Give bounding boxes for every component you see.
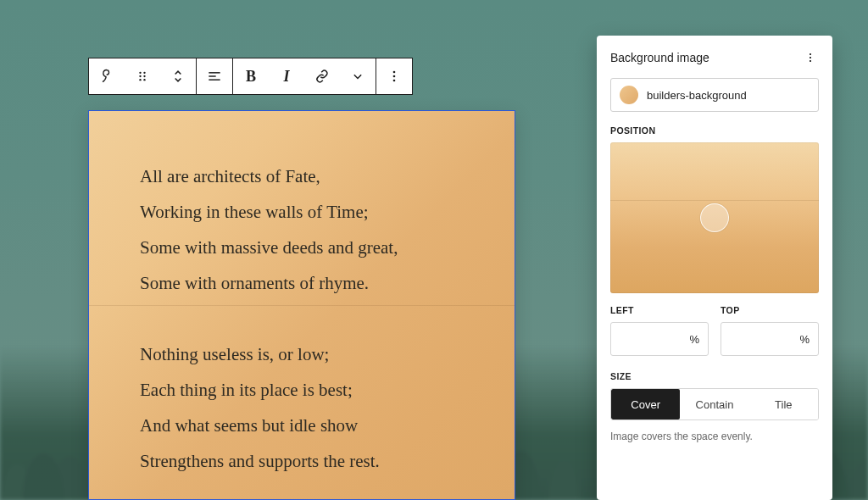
svg-point-0 bbox=[139, 72, 141, 74]
drag-handle-icon[interactable] bbox=[125, 58, 160, 94]
poem-line: Strengthens and supports the rest. bbox=[140, 443, 465, 479]
size-option-cover[interactable]: Cover bbox=[611, 389, 680, 419]
move-up-down-icon[interactable] bbox=[160, 58, 196, 94]
svg-point-10 bbox=[393, 75, 396, 78]
left-label: LEFT bbox=[610, 305, 709, 315]
poem-line: Working in these walls of Time; bbox=[140, 194, 465, 230]
svg-point-4 bbox=[139, 79, 141, 81]
poem-line: And what seems but idle show bbox=[140, 408, 465, 443]
focal-point-picker[interactable] bbox=[610, 142, 819, 293]
poem-line: Some with ornaments of rhyme. bbox=[140, 265, 465, 301]
align-button[interactable] bbox=[197, 58, 232, 94]
svg-point-9 bbox=[393, 71, 396, 74]
svg-point-1 bbox=[143, 72, 145, 74]
svg-point-5 bbox=[143, 79, 145, 81]
left-unit: % bbox=[689, 333, 699, 346]
position-label: POSITION bbox=[610, 125, 819, 136]
size-option-contain[interactable]: Contain bbox=[680, 389, 748, 419]
background-image-panel: Background image builders-background POS… bbox=[597, 36, 832, 500]
left-input[interactable] bbox=[620, 333, 684, 346]
stanza-gap bbox=[140, 301, 465, 336]
left-input-wrapper[interactable]: % bbox=[610, 322, 709, 356]
block-toolbar: B I bbox=[88, 58, 413, 95]
size-segmented-control: Cover Contain Tile bbox=[610, 388, 819, 420]
cover-block[interactable]: All are architects of Fate, Working in t… bbox=[88, 110, 515, 500]
italic-button[interactable]: I bbox=[269, 58, 304, 94]
top-label: TOP bbox=[721, 305, 819, 315]
bold-button[interactable]: B bbox=[233, 58, 269, 94]
svg-point-3 bbox=[143, 75, 145, 77]
size-help-text: Image covers the space evenly. bbox=[610, 431, 819, 442]
size-option-tile[interactable]: Tile bbox=[749, 389, 818, 419]
image-swatch bbox=[620, 86, 638, 104]
size-label: SIZE bbox=[610, 371, 819, 381]
svg-point-12 bbox=[810, 53, 811, 55]
svg-point-11 bbox=[393, 80, 396, 82]
background-image-selector[interactable]: builders-background bbox=[610, 78, 819, 112]
image-name: builders-background bbox=[647, 89, 747, 102]
svg-point-14 bbox=[810, 60, 811, 62]
panel-title: Background image bbox=[610, 51, 709, 64]
svg-point-13 bbox=[810, 57, 811, 58]
more-formatting-chevron-icon[interactable] bbox=[340, 58, 376, 94]
panel-menu-icon[interactable] bbox=[802, 49, 819, 66]
block-type-icon[interactable] bbox=[89, 58, 125, 94]
top-unit: % bbox=[799, 333, 810, 346]
poem-line: Nothing useless is, or low; bbox=[140, 336, 465, 372]
svg-point-2 bbox=[139, 75, 141, 77]
more-options-icon[interactable] bbox=[376, 58, 412, 94]
top-input[interactable] bbox=[730, 333, 794, 346]
link-button[interactable] bbox=[304, 58, 340, 94]
poem-line: Each thing in its place is best; bbox=[140, 372, 465, 408]
poem-line: All are architects of Fate, bbox=[140, 158, 465, 194]
poem-line: Some with massive deeds and great, bbox=[140, 230, 465, 265]
top-input-wrapper[interactable]: % bbox=[721, 322, 819, 356]
focal-point-handle[interactable] bbox=[700, 203, 729, 232]
